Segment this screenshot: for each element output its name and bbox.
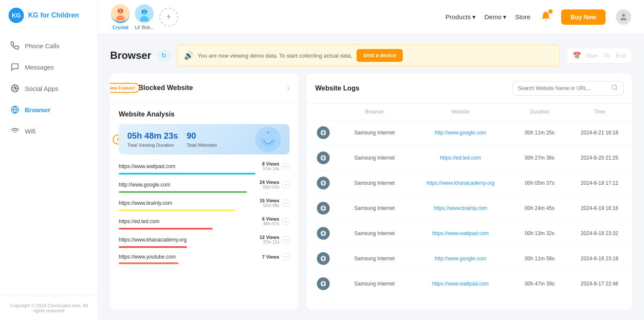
- blocked-website-label: Blocked Website: [138, 84, 287, 92]
- website-url: https://www.brainly.com: [119, 200, 172, 206]
- social-icon: [10, 84, 20, 93]
- nav-demo[interactable]: Demo ▾: [484, 13, 506, 21]
- sidebar-item-messages[interactable]: Messages: [0, 56, 98, 78]
- log-duration: 00h 24m 45s: [512, 196, 567, 221]
- columns: New Feature! ⊖ Blocked Website › Website…: [110, 73, 632, 310]
- browser-icon: [317, 277, 330, 290]
- chevron-down-icon: ▾: [472, 13, 476, 21]
- notification-bell[interactable]: [541, 11, 551, 23]
- log-duration: 00h 27m 36s: [512, 145, 567, 171]
- svg-point-14: [622, 14, 625, 17]
- profile-bob[interactable]: Lil' Bob...: [135, 4, 154, 30]
- log-website: https://www.brainly.com: [409, 196, 512, 221]
- views-sub: 52m 48s: [260, 203, 279, 208]
- nav-store[interactable]: Store: [515, 13, 530, 20]
- table-row: Samsung Internet https://www.brainly.com…: [307, 196, 632, 221]
- avatar-crystal: [111, 4, 130, 23]
- messages-icon: [10, 62, 20, 72]
- website-list-item: https://ed.ted.com 6 Views 48m 57s −: [119, 216, 290, 230]
- log-duration: 00h 47m 39s: [512, 271, 567, 297]
- profile-name-bob: Lil' Bob...: [135, 25, 154, 30]
- sidebar-item-phone-calls[interactable]: Phone Calls: [0, 35, 98, 56]
- minus-button[interactable]: −: [282, 253, 290, 261]
- log-website: https://ed.ted.com: [409, 145, 512, 171]
- logo-text: KG for Children: [28, 12, 79, 19]
- stat-duration-value: 05h 48m 23s: [127, 131, 178, 141]
- col-browser-icon: [307, 104, 340, 120]
- browser-icon: [317, 252, 330, 265]
- views-sub: 56m 03s: [260, 185, 279, 189]
- add-profile-button[interactable]: +: [159, 8, 178, 26]
- date-end: End: [616, 52, 626, 59]
- table-row: Samsung Internet https://www.khanacademy…: [307, 171, 632, 196]
- log-duration: 00h 05m 37s: [512, 171, 567, 196]
- table-container: Browser Website Duration Time: [307, 104, 632, 310]
- refresh-button[interactable]: ↻: [158, 49, 170, 61]
- views-sub: 57m 14s: [262, 166, 279, 171]
- log-time: 2024-8-20 21:25: [567, 145, 632, 171]
- wifi-icon: [10, 126, 20, 136]
- sidebar-label-social-apps: Social Apps: [25, 85, 58, 92]
- browser-icon: [317, 227, 330, 240]
- blocked-website-row[interactable]: New Feature! ⊖ Blocked Website ›: [110, 73, 298, 103]
- main-content: Crystal Lil' Bob... +: [98, 0, 644, 320]
- avatar-bob: [135, 4, 154, 23]
- sidebar: KG KG for Children Phone Calls Messages: [0, 0, 98, 320]
- svg-line-20: [616, 89, 617, 90]
- col-website: Website: [409, 104, 512, 120]
- bind-device-button[interactable]: bind a device: [357, 49, 403, 62]
- sidebar-item-wifi[interactable]: Wifi: [0, 120, 98, 142]
- browser-icon: [317, 126, 330, 139]
- demo-banner: 🔊 You are now viewing demo data. To star…: [177, 44, 559, 67]
- sidebar-label-browser: Browser: [25, 106, 50, 113]
- topbar: Crystal Lil' Bob... +: [98, 0, 644, 34]
- table-row: Samsung Internet https://ed.ted.com 00h …: [307, 145, 632, 171]
- analysis-title: Website Analysis: [119, 111, 290, 118]
- sidebar-item-social-apps[interactable]: Social Apps: [0, 78, 98, 99]
- website-list-item: https://www.wattpad.com 8 Views 57m 14s …: [119, 161, 290, 175]
- search-box[interactable]: [512, 81, 624, 96]
- browser-icon: [317, 151, 330, 164]
- svg-point-7: [118, 10, 120, 12]
- log-website: http://www.google.com: [409, 120, 512, 145]
- website-url: https://www.khanacademy.org: [119, 237, 187, 243]
- page-title: Browser: [110, 49, 151, 61]
- browser-icon: [10, 105, 20, 114]
- log-time: 2024-8-19 16:16: [567, 196, 632, 221]
- demo-text: You are now viewing demo data. To start …: [198, 52, 352, 59]
- table-header: Browser Website Duration Time: [307, 104, 632, 120]
- log-time: 2024-8-17 22:46: [567, 271, 632, 297]
- phone-icon: [10, 41, 20, 50]
- views-text: 8 Views: [262, 161, 279, 166]
- views-text: 6 Views: [262, 216, 279, 221]
- progress-bar: [119, 228, 213, 230]
- logs-title: Website Logs: [315, 84, 360, 92]
- website-url: https://www.youtube.com: [119, 254, 176, 260]
- col-browser: Browser: [340, 104, 409, 120]
- search-input[interactable]: [518, 85, 608, 91]
- chevron-right-icon: ›: [287, 84, 290, 93]
- website-list: https://www.wattpad.com 8 Views 57m 14s …: [119, 161, 290, 264]
- minus-button[interactable]: −: [282, 181, 290, 189]
- log-browser: Samsung Internet: [340, 196, 409, 221]
- buy-now-button[interactable]: Buy Now: [561, 9, 606, 25]
- sidebar-item-browser[interactable]: Browser: [0, 99, 98, 120]
- views-sub: 37m 12s: [260, 240, 279, 244]
- stat-count: 90 Total Websites: [187, 131, 217, 148]
- chevron-down-icon: ▾: [503, 13, 506, 21]
- user-avatar-icon[interactable]: [616, 9, 631, 25]
- minus-button[interactable]: −: [282, 218, 290, 225]
- logs-header: Website Logs: [307, 73, 632, 104]
- profile-name-crystal: Crystal: [112, 25, 128, 30]
- plus-icon: +: [166, 12, 171, 22]
- date-range-picker[interactable]: 📅 Start To End: [566, 48, 632, 64]
- views-text: 12 Views: [260, 235, 279, 240]
- minus-button[interactable]: −: [282, 163, 290, 170]
- table-body: Samsung Internet http://www.google.com 0…: [307, 120, 632, 297]
- profile-crystal[interactable]: Crystal: [111, 4, 130, 30]
- progress-bar: [119, 262, 179, 264]
- minus-button[interactable]: −: [282, 236, 290, 244]
- minus-button[interactable]: −: [282, 199, 290, 207]
- nav-products[interactable]: Products ▾: [445, 13, 476, 21]
- website-list-item: https://www.khanacademy.org 12 Views 37m…: [119, 235, 290, 248]
